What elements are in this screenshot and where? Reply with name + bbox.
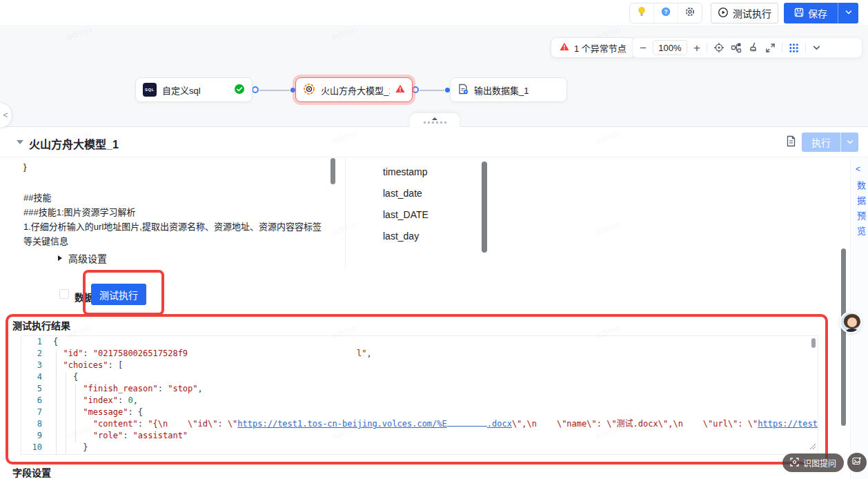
top-toolbar: ? 测试执行 保存: [0, 0, 868, 26]
save-label: 保存: [808, 6, 827, 20]
image-plus-icon: [852, 456, 862, 469]
sql-node-icon: SQL: [143, 83, 157, 97]
image-upload-button[interactable]: [847, 453, 867, 472]
code-line: 9 "role": "assistant": [21, 430, 818, 442]
advanced-settings-label: 高级设置: [68, 251, 107, 265]
node-label: 输出数据集_1: [474, 84, 560, 97]
indent-guide: [56, 349, 57, 454]
test-run-button[interactable]: 测试执行: [711, 3, 778, 23]
avatar-face: [847, 317, 857, 327]
code-line: 8 "content": "{\n \"id\": \"https://test…: [21, 418, 818, 430]
node-output-dataset[interactable]: 输出数据集_1: [450, 77, 567, 102]
node-grid-button[interactable]: [789, 43, 799, 53]
divider: [707, 43, 707, 52]
node-label: 自定义sql: [162, 84, 228, 97]
indent-guide: [75, 384, 76, 442]
lightbulb-icon: [636, 6, 647, 20]
scan-icon: [790, 458, 799, 469]
locate-node-button[interactable]: [713, 42, 724, 53]
run-button-disabled[interactable]: 执行: [802, 133, 858, 152]
output-port[interactable]: [412, 86, 419, 93]
code-line: 6 "index": 0,: [21, 395, 818, 407]
dataset-node-icon: [457, 84, 468, 97]
node-ark-model[interactable]: 火山方舟大模型_1: [295, 77, 413, 102]
panel-resize-handle[interactable]: [410, 113, 460, 127]
page-scrollbar-thumb[interactable]: [841, 248, 846, 426]
settings-button[interactable]: [678, 3, 702, 23]
data-preview-tab[interactable]: 数据预览: [854, 181, 867, 242]
success-check-icon: [234, 84, 245, 97]
prompt-line: }: [23, 159, 322, 174]
test-run-label: 测试执行: [733, 6, 771, 20]
save-icon: [794, 8, 804, 19]
play-circle-icon: [718, 7, 729, 20]
result-title: 测试执行结果: [12, 318, 70, 332]
caret-right-icon: [58, 255, 62, 261]
warning-triangle-icon: [560, 42, 569, 53]
image-question-button[interactable]: 识图提问: [782, 453, 844, 472]
toolbar-icon-group: ?: [629, 3, 702, 23]
code-line: 7 "message": {: [21, 407, 818, 418]
code-line: 10 }: [21, 442, 818, 453]
fullscreen-button[interactable]: [765, 43, 776, 53]
edge-connector: [259, 90, 290, 91]
divider: [345, 157, 346, 269]
save-dropdown-button[interactable]: [838, 3, 858, 23]
node-label: 火山方舟大模型_1: [321, 84, 390, 97]
assistant-avatar[interactable]: [840, 311, 862, 333]
divider: [782, 43, 782, 52]
field-settings-title: 字段设置: [12, 465, 51, 479]
zoom-in-button[interactable]: +: [693, 42, 700, 54]
prompt-textarea[interactable]: } ##技能 ###技能1:图片资源学习解析 1.仔细分析输入的url地址图片,…: [23, 159, 322, 248]
tips-button[interactable]: [630, 3, 653, 23]
run-label: 执行: [802, 133, 840, 152]
caret-up-icon: [432, 117, 437, 120]
grip-dots-icon: [424, 121, 446, 124]
input-port: [290, 88, 295, 92]
chevron-down-icon: [845, 8, 853, 19]
save-button[interactable]: 保存: [784, 3, 858, 23]
resize-grip-icon[interactable]: [809, 440, 816, 453]
gear-icon: [684, 6, 696, 20]
fields-scrollbar-thumb[interactable]: [482, 162, 487, 253]
divider: [805, 43, 806, 52]
code-line: 5 "finish_reason": "stop",: [21, 383, 818, 395]
collapse-toolbar-button[interactable]: [812, 43, 821, 52]
post-op-checkbox[interactable]: [59, 289, 69, 299]
auto-layout-button[interactable]: [731, 42, 742, 53]
svg-text:?: ?: [664, 8, 668, 15]
zoom-out-button[interactable]: −: [640, 42, 647, 54]
editor-scrollbar-thumb[interactable]: [811, 338, 816, 348]
prompt-line: 1.仔细分析输入的url地址图片,提取出资源名称、资源地址、资源内容容标签等关键…: [23, 219, 322, 248]
abnormal-node-badge[interactable]: 1 个异常节点: [551, 37, 635, 58]
code-line: 1{: [21, 336, 818, 348]
help-button[interactable]: ?: [653, 3, 678, 23]
field-item[interactable]: last_date: [383, 188, 422, 199]
expand-data-preview-button[interactable]: <: [856, 164, 860, 174]
app-root: ? 测试执行 保存: [0, 0, 868, 479]
abnormal-node-label: 1 个异常节点: [574, 41, 627, 55]
input-port: [445, 88, 450, 92]
help-icon: ?: [660, 6, 671, 20]
image-question-label: 识图提问: [803, 457, 836, 469]
output-port[interactable]: [252, 86, 259, 93]
node-custom-sql[interactable]: SQL 自定义sql: [135, 77, 253, 102]
advanced-settings-toggle[interactable]: 高级设置: [58, 251, 107, 265]
zoom-level-input[interactable]: 100%: [653, 40, 687, 55]
prompt-line: ###技能1:图片资源学习解析: [23, 205, 322, 219]
result-code-editor[interactable]: 1{2 "id": "0217580026517528f9l",3 "choic…: [21, 335, 818, 455]
field-item[interactable]: last_DATE: [383, 209, 428, 220]
prompt-line: ##技能: [23, 190, 322, 205]
code-line: 2 "id": "0217580026517528f9l",: [21, 348, 818, 360]
field-item[interactable]: timestamp: [383, 166, 428, 177]
code-editor-lines: 1{2 "id": "0217580026517528f9l",3 "choic…: [21, 336, 818, 453]
code-line: 3 "choices": [: [21, 360, 818, 371]
run-dropdown-button[interactable]: [840, 133, 858, 152]
prompt-scrollbar-thumb[interactable]: [331, 158, 335, 184]
field-item[interactable]: last_day: [383, 231, 419, 242]
indent-guide: [66, 373, 66, 454]
clean-canvas-button[interactable]: [748, 42, 759, 53]
error-triangle-icon: [395, 84, 405, 95]
test-run-result-button[interactable]: 测试执行: [91, 284, 146, 305]
edge-connector: [420, 90, 444, 91]
